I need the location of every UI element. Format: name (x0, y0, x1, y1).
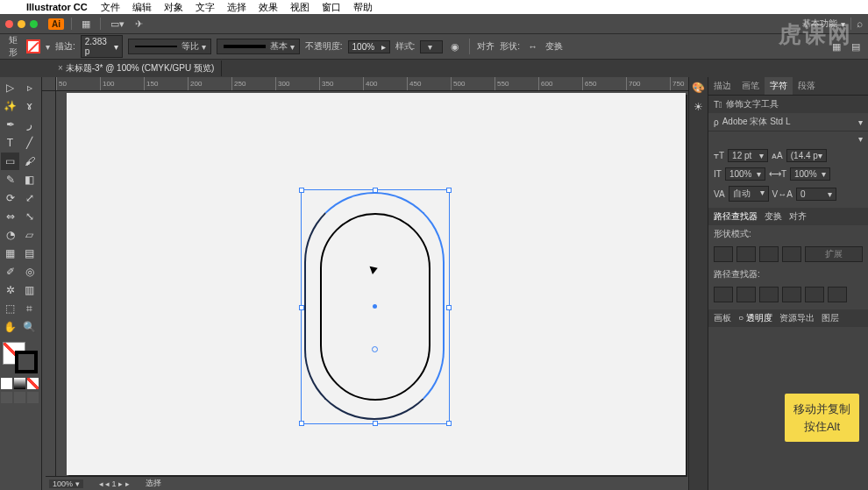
bridge-icon[interactable]: ▦ (79, 18, 93, 30)
paintbrush-tool[interactable]: 🖌 (20, 153, 39, 170)
hand-tool[interactable]: ✋ (1, 318, 19, 336)
magic-wand-tool[interactable]: ✨ (1, 97, 19, 115)
artboard-nav[interactable]: ◂ ◂ 1 ▸ ▸ (99, 479, 130, 488)
minimize-window-button[interactable] (18, 20, 25, 28)
shape-w-icon[interactable]: ↔ (525, 41, 540, 52)
tab-brush[interactable]: 画笔 (736, 77, 765, 95)
pen-tool[interactable]: ✒ (1, 116, 19, 133)
search-icon[interactable]: ⌕ (857, 18, 863, 30)
opacity-field[interactable]: 100%▸ (348, 40, 390, 53)
canvas-view[interactable] (56, 91, 688, 490)
font-family-dropdown[interactable]: ρ Adobe 宋体 Std L ▾ (708, 113, 868, 131)
hscale-field[interactable]: 100%▾ (790, 167, 830, 181)
gpu-icon[interactable]: ✈ (132, 18, 146, 30)
ruler-origin[interactable] (42, 77, 56, 91)
doc-tab-close-icon[interactable]: × (58, 63, 63, 73)
eraser-tool[interactable]: ◧ (20, 171, 39, 188)
menu-window[interactable]: 窗口 (322, 1, 341, 14)
tab-transparency[interactable]: ○ 透明度 (738, 312, 772, 324)
divide-icon[interactable] (714, 287, 733, 302)
intersect-icon[interactable] (759, 246, 779, 262)
close-window-button[interactable] (5, 20, 13, 28)
zoom-window-button[interactable] (30, 20, 38, 28)
isolate-icon[interactable]: ▦ (829, 41, 843, 53)
font-size-field[interactable]: 12 pt▾ (728, 149, 768, 162)
style-dropdown[interactable]: ▾ (420, 40, 443, 53)
fill-swatch[interactable] (26, 39, 40, 53)
menu-file[interactable]: 文件 (101, 1, 120, 14)
app-name[interactable]: Illustrator CC (26, 2, 88, 12)
stroke-weight-field[interactable]: 2.383 p▾ (81, 35, 123, 58)
stroke-profile-dropdown[interactable]: 等比▾ (128, 39, 211, 54)
merge-icon[interactable] (759, 287, 779, 302)
menu-edit[interactable]: 编辑 (132, 1, 152, 14)
curvature-tool[interactable]: ﺭ (20, 116, 39, 133)
direct-selection-tool[interactable]: ▹ (20, 79, 39, 96)
exclude-icon[interactable] (782, 246, 801, 262)
tab-pathfinder[interactable]: 路径查找器 (714, 210, 758, 223)
recolor-icon[interactable]: ◉ (448, 41, 462, 53)
menu-effect[interactable]: 效果 (259, 1, 278, 14)
tab-character[interactable]: 字符 (765, 77, 793, 95)
menu-type[interactable]: 文字 (196, 1, 215, 14)
arrange-docs-icon[interactable]: ▭▾ (108, 18, 127, 30)
tab-asset-export[interactable]: 资源导出 (779, 312, 815, 324)
draw-mode-icon[interactable] (1, 392, 12, 403)
scale-tool[interactable]: ⤢ (20, 189, 39, 207)
color-guide-panel-icon[interactable]: ☀ (692, 100, 706, 114)
swatch-chevron-icon[interactable]: ▾ (46, 42, 50, 52)
tab-align[interactable]: 对齐 (789, 210, 807, 223)
resize-handle-nw[interactable] (299, 188, 304, 193)
resize-handle-sw[interactable] (299, 421, 304, 426)
selection-tool[interactable]: ▷ (1, 79, 19, 96)
crop-icon[interactable] (782, 287, 801, 302)
shaper-tool[interactable]: ✎ (1, 171, 19, 188)
unite-icon[interactable] (714, 246, 733, 262)
resize-handle-e[interactable] (446, 305, 452, 310)
kerning-field[interactable]: 自动▾ (729, 186, 769, 202)
blend-tool[interactable]: ◎ (20, 263, 39, 281)
perspective-tool[interactable]: ▱ (20, 226, 39, 244)
color-panel-icon[interactable]: 🎨 (692, 81, 706, 95)
tab-stroke[interactable]: 描边 (708, 77, 736, 95)
menu-help[interactable]: 帮助 (353, 1, 373, 14)
tab-artboards[interactable]: 画板 (714, 312, 731, 324)
menu-view[interactable]: 视图 (290, 1, 309, 14)
vscale-field[interactable]: 100%▾ (725, 167, 765, 181)
fill-stroke-control[interactable] (1, 340, 39, 375)
resize-handle-se[interactable] (446, 421, 452, 426)
artboard-tool[interactable]: ⬚ (1, 300, 19, 317)
tab-layers[interactable]: 图层 (822, 312, 839, 324)
menu-object[interactable]: 对象 (164, 1, 183, 14)
none-mode-icon[interactable] (27, 378, 39, 389)
symbol-sprayer-tool[interactable]: ✲ (1, 281, 19, 299)
gradient-mode-icon[interactable] (14, 378, 25, 389)
color-mode-icon[interactable] (1, 378, 12, 389)
screen-mode-icon[interactable] (14, 392, 25, 403)
brush-def-dropdown[interactable]: 基本▾ (217, 39, 300, 54)
font-style-dropdown[interactable]: ▾ (708, 131, 868, 146)
resize-handle-ne[interactable] (446, 188, 452, 193)
outline-icon[interactable] (805, 287, 824, 302)
leading-field[interactable]: (14.4 p▾ (786, 149, 827, 162)
trim-icon[interactable] (736, 287, 756, 302)
ruler-vertical[interactable] (42, 91, 56, 490)
column-graph-tool[interactable]: ▥ (20, 281, 39, 299)
panel-menu-icon[interactable]: ▤ (849, 41, 863, 53)
gradient-tool[interactable]: ▤ (20, 245, 39, 262)
doc-tab[interactable]: × 未标题-3* @ 100% (CMYK/GPU 预览) (46, 60, 222, 76)
zoom-tool[interactable]: 🔍 (20, 318, 39, 336)
tab-paragraph[interactable]: 段落 (793, 77, 821, 95)
tracking-field[interactable]: 0▾ (796, 188, 836, 201)
rotate-tool[interactable]: ⟳ (1, 189, 19, 207)
menu-select[interactable]: 选择 (227, 1, 246, 14)
ruler-horizontal[interactable]: 50 100 150 200 250 300 350 400 450 500 5… (56, 77, 688, 91)
transform-link[interactable]: 变换 (545, 40, 563, 53)
resize-handle-s[interactable] (373, 421, 378, 426)
shape-builder-tool[interactable]: ◔ (1, 226, 19, 244)
mesh-tool[interactable]: ▦ (1, 245, 19, 262)
lasso-tool[interactable]: ɤ (20, 97, 39, 115)
screen-mode-menu-icon[interactable] (27, 392, 39, 403)
type-tool[interactable]: T (1, 134, 19, 152)
minus-back-icon[interactable] (828, 287, 847, 302)
